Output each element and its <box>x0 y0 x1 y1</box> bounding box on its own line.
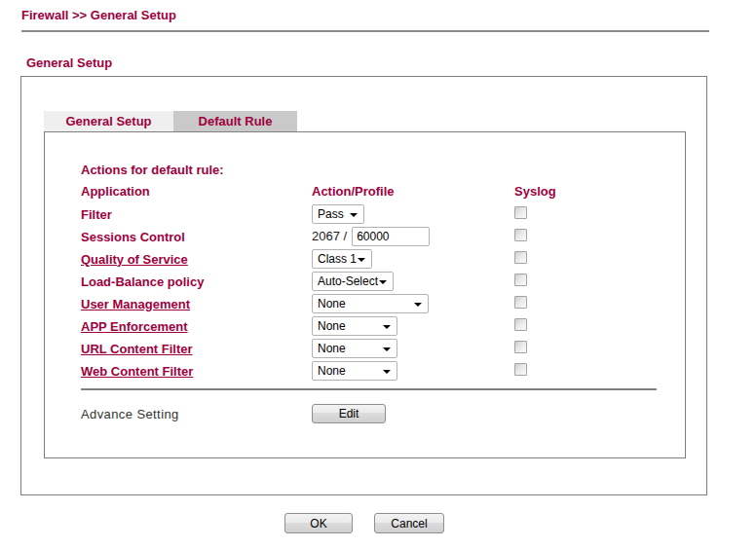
table-row-quality-of-service: Quality of Service Class 1 <box>81 247 685 270</box>
tab-default-rule[interactable]: Default Rule <box>173 111 297 131</box>
page-title: General Setup <box>26 55 756 70</box>
load-balance-select-value: Auto-Select <box>313 274 378 288</box>
default-rule-form: Actions for default rule: Application Ac… <box>44 131 686 458</box>
tab-bar: General Setup Default Rule <box>44 111 706 131</box>
advance-setting-label: Advance Setting <box>81 407 312 421</box>
table-row-sessions-control: Sessions Control 2067 / <box>81 225 685 247</box>
section-title: Actions for default rule: <box>81 163 685 181</box>
tab-general-setup[interactable]: General Setup <box>44 111 173 131</box>
qos-select[interactable]: Class 1 <box>312 249 372 269</box>
chevron-down-icon <box>350 213 358 217</box>
chevron-down-icon <box>383 370 391 374</box>
chevron-down-icon <box>414 303 422 307</box>
app-enforcement-syslog-checkbox[interactable] <box>514 318 527 331</box>
web-content-filter-link[interactable]: Web Content Filter <box>81 364 193 379</box>
header-action-profile: Action/Profile <box>312 184 514 199</box>
table-row-load-balance: Load-Balance policy Auto-Select <box>81 270 685 292</box>
load-balance-select[interactable]: Auto-Select <box>312 272 394 291</box>
top-divider <box>21 30 709 32</box>
user-management-select-value: None <box>313 297 346 311</box>
url-content-filter-select-value: None <box>313 342 346 355</box>
table-row-app-enforcement: APP Enforcement None <box>81 314 685 337</box>
app-enforcement-select-value: None <box>313 319 346 333</box>
breadcrumb: Firewall >> General Setup <box>21 8 756 22</box>
qos-select-value: Class 1 <box>313 252 357 266</box>
app-enforcement-select[interactable]: None <box>312 316 397 336</box>
web-content-filter-syslog-checkbox[interactable] <box>514 363 527 376</box>
table-row-web-content-filter: Web Content Filter None <box>81 359 685 382</box>
table-row-filter: Filter Pass <box>81 202 685 225</box>
filter-syslog-checkbox[interactable] <box>514 206 527 219</box>
web-content-filter-select[interactable]: None <box>312 361 397 381</box>
chevron-down-icon <box>358 258 365 262</box>
user-management-link[interactable]: User Management <box>81 297 190 311</box>
header-syslog: Syslog <box>514 184 553 199</box>
qos-syslog-checkbox[interactable] <box>514 251 527 264</box>
filter-select-value: Pass <box>313 207 344 221</box>
url-content-filter-syslog-checkbox[interactable] <box>514 341 527 353</box>
footer-actions: OK Cancel <box>0 513 729 533</box>
filter-label: Filter <box>81 207 112 222</box>
url-content-filter-link[interactable]: URL Content Filter <box>81 342 193 356</box>
web-content-filter-select-value: None <box>313 364 346 378</box>
edit-button[interactable]: Edit <box>312 404 386 423</box>
general-setup-panel: General Setup Default Rule Actions for d… <box>20 76 707 495</box>
section-divider <box>81 388 657 390</box>
cancel-button[interactable]: Cancel <box>374 513 444 533</box>
sessions-syslog-checkbox[interactable] <box>514 229 527 241</box>
column-header-row: Application Action/Profile Syslog <box>81 181 685 201</box>
advance-setting-row: Advance Setting Edit <box>81 401 685 426</box>
header-application: Application <box>81 184 312 199</box>
table-row-url-content-filter: URL Content Filter None <box>81 337 685 359</box>
ok-button[interactable]: OK <box>284 513 353 533</box>
user-management-syslog-checkbox[interactable] <box>514 296 527 309</box>
table-row-user-management: User Management None <box>81 292 685 314</box>
user-management-select[interactable]: None <box>312 294 429 313</box>
chevron-down-icon <box>383 347 391 351</box>
load-balance-label: Load-Balance policy <box>81 274 204 289</box>
sessions-limit-input[interactable] <box>352 227 430 246</box>
url-content-filter-select[interactable]: None <box>312 339 397 358</box>
sessions-control-label: Sessions Control <box>81 230 185 244</box>
app-enforcement-link[interactable]: APP Enforcement <box>81 319 188 334</box>
chevron-down-icon <box>383 325 391 329</box>
filter-select[interactable]: Pass <box>312 204 364 224</box>
load-balance-syslog-checkbox[interactable] <box>514 274 527 286</box>
chevron-down-icon <box>379 280 387 284</box>
sessions-current-value: 2067 / <box>312 229 347 243</box>
quality-of-service-link[interactable]: Quality of Service <box>81 252 188 267</box>
